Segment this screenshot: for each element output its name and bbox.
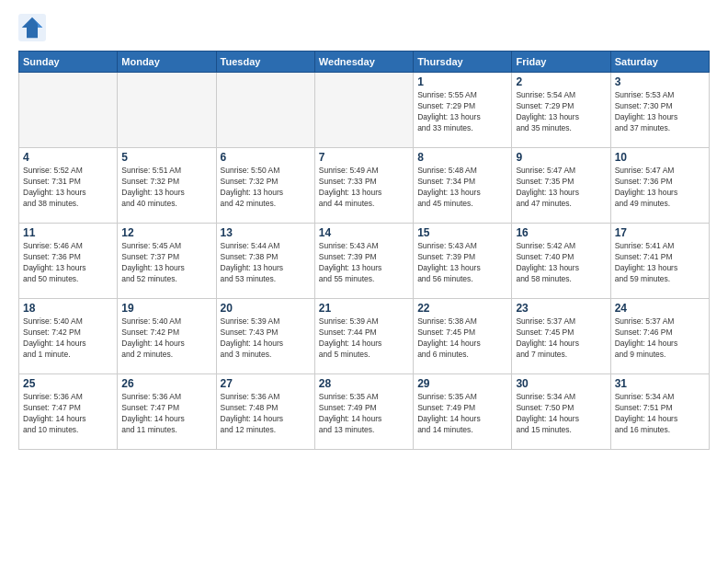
day-number: 31 xyxy=(615,377,705,390)
calendar-cell: 10Sunrise: 5:47 AM Sunset: 7:36 PM Dayli… xyxy=(610,148,709,224)
day-number: 19 xyxy=(121,302,211,315)
day-number: 10 xyxy=(615,151,705,164)
logo-icon xyxy=(18,14,46,41)
day-number: 26 xyxy=(121,377,211,390)
day-number: 1 xyxy=(417,75,507,88)
calendar-cell: 31Sunrise: 5:34 AM Sunset: 7:51 PM Dayli… xyxy=(610,374,709,450)
calendar-cell: 11Sunrise: 5:46 AM Sunset: 7:36 PM Dayli… xyxy=(19,224,118,299)
day-info: Sunrise: 5:43 AM Sunset: 7:39 PM Dayligh… xyxy=(319,241,409,285)
weekday-header: Tuesday xyxy=(216,52,314,73)
day-number: 3 xyxy=(615,75,705,88)
calendar-cell: 1Sunrise: 5:55 AM Sunset: 7:29 PM Daylig… xyxy=(414,73,512,148)
day-number: 16 xyxy=(516,226,606,239)
calendar-week-row: 11Sunrise: 5:46 AM Sunset: 7:36 PM Dayli… xyxy=(19,224,710,299)
calendar-cell xyxy=(216,73,314,148)
calendar-cell: 15Sunrise: 5:43 AM Sunset: 7:39 PM Dayli… xyxy=(414,224,512,299)
day-info: Sunrise: 5:42 AM Sunset: 7:40 PM Dayligh… xyxy=(516,241,606,285)
weekday-header-row: SundayMondayTuesdayWednesdayThursdayFrid… xyxy=(19,52,710,73)
calendar-cell: 4Sunrise: 5:52 AM Sunset: 7:31 PM Daylig… xyxy=(19,148,118,224)
calendar-cell: 24Sunrise: 5:37 AM Sunset: 7:46 PM Dayli… xyxy=(610,299,709,374)
calendar-week-row: 18Sunrise: 5:40 AM Sunset: 7:42 PM Dayli… xyxy=(19,299,710,374)
calendar-week-row: 1Sunrise: 5:55 AM Sunset: 7:29 PM Daylig… xyxy=(19,73,710,148)
calendar-cell xyxy=(19,73,118,148)
day-number: 17 xyxy=(615,226,705,239)
calendar-cell xyxy=(314,73,413,148)
day-number: 24 xyxy=(615,302,705,315)
calendar-cell: 26Sunrise: 5:36 AM Sunset: 7:47 PM Dayli… xyxy=(118,374,216,450)
day-number: 18 xyxy=(23,302,113,315)
day-number: 6 xyxy=(221,151,311,164)
day-number: 9 xyxy=(516,151,606,164)
day-info: Sunrise: 5:46 AM Sunset: 7:36 PM Dayligh… xyxy=(23,241,113,285)
calendar-cell: 14Sunrise: 5:43 AM Sunset: 7:39 PM Dayli… xyxy=(314,224,413,299)
weekday-header: Sunday xyxy=(19,52,118,73)
calendar-cell: 7Sunrise: 5:49 AM Sunset: 7:33 PM Daylig… xyxy=(314,148,413,224)
calendar-cell: 23Sunrise: 5:37 AM Sunset: 7:45 PM Dayli… xyxy=(512,299,610,374)
day-info: Sunrise: 5:37 AM Sunset: 7:45 PM Dayligh… xyxy=(516,316,606,361)
weekday-header: Friday xyxy=(512,52,610,73)
calendar-cell: 3Sunrise: 5:53 AM Sunset: 7:30 PM Daylig… xyxy=(610,73,709,148)
day-info: Sunrise: 5:51 AM Sunset: 7:32 PM Dayligh… xyxy=(121,166,211,210)
day-info: Sunrise: 5:50 AM Sunset: 7:32 PM Dayligh… xyxy=(221,166,311,210)
calendar-cell: 27Sunrise: 5:36 AM Sunset: 7:48 PM Dayli… xyxy=(216,374,314,450)
day-info: Sunrise: 5:35 AM Sunset: 7:49 PM Dayligh… xyxy=(319,392,409,436)
calendar-cell: 19Sunrise: 5:40 AM Sunset: 7:42 PM Dayli… xyxy=(118,299,216,374)
day-number: 8 xyxy=(417,151,507,164)
page: SundayMondayTuesdayWednesdayThursdayFrid… xyxy=(0,0,728,563)
day-number: 13 xyxy=(221,226,311,239)
day-number: 21 xyxy=(319,302,409,315)
calendar-cell: 2Sunrise: 5:54 AM Sunset: 7:29 PM Daylig… xyxy=(512,73,610,148)
day-number: 4 xyxy=(23,151,113,164)
day-info: Sunrise: 5:39 AM Sunset: 7:43 PM Dayligh… xyxy=(221,316,311,361)
day-info: Sunrise: 5:53 AM Sunset: 7:30 PM Dayligh… xyxy=(615,90,705,134)
calendar-cell: 6Sunrise: 5:50 AM Sunset: 7:32 PM Daylig… xyxy=(216,148,314,224)
calendar-cell: 9Sunrise: 5:47 AM Sunset: 7:35 PM Daylig… xyxy=(512,148,610,224)
day-number: 5 xyxy=(121,151,211,164)
day-number: 14 xyxy=(319,226,409,239)
day-info: Sunrise: 5:40 AM Sunset: 7:42 PM Dayligh… xyxy=(121,316,211,361)
weekday-header: Monday xyxy=(118,52,216,73)
day-info: Sunrise: 5:36 AM Sunset: 7:48 PM Dayligh… xyxy=(221,392,311,436)
calendar-week-row: 25Sunrise: 5:36 AM Sunset: 7:47 PM Dayli… xyxy=(19,374,710,450)
calendar-cell: 30Sunrise: 5:34 AM Sunset: 7:50 PM Dayli… xyxy=(512,374,610,450)
calendar-cell: 18Sunrise: 5:40 AM Sunset: 7:42 PM Dayli… xyxy=(19,299,118,374)
day-number: 7 xyxy=(319,151,409,164)
day-number: 27 xyxy=(221,377,311,390)
day-number: 25 xyxy=(23,377,113,390)
day-number: 22 xyxy=(417,302,507,315)
day-info: Sunrise: 5:54 AM Sunset: 7:29 PM Dayligh… xyxy=(516,90,606,134)
calendar-cell: 22Sunrise: 5:38 AM Sunset: 7:45 PM Dayli… xyxy=(414,299,512,374)
calendar-cell: 5Sunrise: 5:51 AM Sunset: 7:32 PM Daylig… xyxy=(118,148,216,224)
day-info: Sunrise: 5:49 AM Sunset: 7:33 PM Dayligh… xyxy=(319,166,409,210)
day-number: 23 xyxy=(516,302,606,315)
day-info: Sunrise: 5:45 AM Sunset: 7:37 PM Dayligh… xyxy=(121,241,211,285)
calendar-cell: 8Sunrise: 5:48 AM Sunset: 7:34 PM Daylig… xyxy=(414,148,512,224)
day-info: Sunrise: 5:35 AM Sunset: 7:49 PM Dayligh… xyxy=(417,392,507,436)
day-info: Sunrise: 5:37 AM Sunset: 7:46 PM Dayligh… xyxy=(615,316,705,361)
day-info: Sunrise: 5:41 AM Sunset: 7:41 PM Dayligh… xyxy=(615,241,705,285)
calendar-cell: 12Sunrise: 5:45 AM Sunset: 7:37 PM Dayli… xyxy=(118,224,216,299)
day-info: Sunrise: 5:43 AM Sunset: 7:39 PM Dayligh… xyxy=(417,241,507,285)
day-number: 2 xyxy=(516,75,606,88)
day-info: Sunrise: 5:34 AM Sunset: 7:50 PM Dayligh… xyxy=(516,392,606,436)
day-info: Sunrise: 5:38 AM Sunset: 7:45 PM Dayligh… xyxy=(417,316,507,361)
day-number: 12 xyxy=(121,226,211,239)
day-info: Sunrise: 5:34 AM Sunset: 7:51 PM Dayligh… xyxy=(615,392,705,436)
header xyxy=(18,14,710,41)
logo xyxy=(18,14,51,41)
calendar-cell: 28Sunrise: 5:35 AM Sunset: 7:49 PM Dayli… xyxy=(314,374,413,450)
day-info: Sunrise: 5:48 AM Sunset: 7:34 PM Dayligh… xyxy=(417,166,507,210)
day-number: 20 xyxy=(221,302,311,315)
day-info: Sunrise: 5:55 AM Sunset: 7:29 PM Dayligh… xyxy=(417,90,507,134)
day-number: 28 xyxy=(319,377,409,390)
day-info: Sunrise: 5:40 AM Sunset: 7:42 PM Dayligh… xyxy=(23,316,113,361)
weekday-header: Thursday xyxy=(414,52,512,73)
day-info: Sunrise: 5:52 AM Sunset: 7:31 PM Dayligh… xyxy=(23,166,113,210)
day-info: Sunrise: 5:36 AM Sunset: 7:47 PM Dayligh… xyxy=(121,392,211,436)
calendar-cell: 13Sunrise: 5:44 AM Sunset: 7:38 PM Dayli… xyxy=(216,224,314,299)
day-info: Sunrise: 5:39 AM Sunset: 7:44 PM Dayligh… xyxy=(319,316,409,361)
weekday-header: Saturday xyxy=(610,52,709,73)
calendar-cell: 21Sunrise: 5:39 AM Sunset: 7:44 PM Dayli… xyxy=(314,299,413,374)
day-info: Sunrise: 5:47 AM Sunset: 7:35 PM Dayligh… xyxy=(516,166,606,210)
calendar-cell: 17Sunrise: 5:41 AM Sunset: 7:41 PM Dayli… xyxy=(610,224,709,299)
